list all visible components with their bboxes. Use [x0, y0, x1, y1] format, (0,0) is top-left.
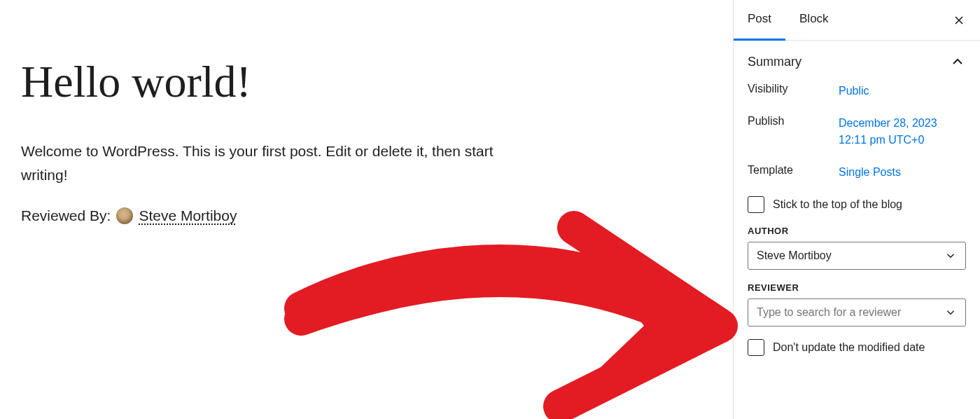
reviewer-name-link[interactable]: Steve Mortiboy	[139, 207, 237, 224]
post-title[interactable]: Hello world!	[21, 56, 712, 108]
settings-sidebar: Post Block Summary Visibility Public Pub…	[734, 0, 980, 419]
visibility-label: Visibility	[748, 83, 839, 99]
author-select[interactable]: Steve Mortiboy	[748, 242, 966, 270]
chevron-up-icon	[949, 53, 966, 70]
summary-panel-toggle[interactable]: Summary	[748, 53, 966, 70]
sidebar-tabs: Post Block	[734, 0, 980, 41]
author-field-label: AUTHOR	[748, 226, 966, 236]
chevron-down-icon	[944, 306, 957, 319]
dont-update-label: Don't update the modified date	[773, 341, 925, 354]
reviewed-by-label: Reviewed By:	[21, 207, 111, 224]
close-icon	[952, 13, 966, 27]
reviewer-select-placeholder: Type to search for a reviewer	[757, 306, 901, 319]
reviewed-by-block: Reviewed By: Steve Mortiboy	[21, 207, 712, 224]
publish-value[interactable]: December 28, 2023 12:11 pm UTC+0	[839, 115, 966, 149]
visibility-value[interactable]: Public	[839, 83, 869, 99]
author-select-value: Steve Mortiboy	[757, 249, 832, 262]
sticky-checkbox[interactable]	[748, 196, 764, 213]
tab-post[interactable]: Post	[734, 0, 785, 41]
tab-block[interactable]: Block	[785, 0, 843, 41]
editor-canvas[interactable]: Hello world! Welcome to WordPress. This …	[0, 0, 734, 419]
reviewer-field-label: REVIEWER	[748, 282, 966, 293]
close-sidebar-button[interactable]	[946, 8, 972, 33]
visibility-row: Visibility Public	[748, 83, 966, 99]
dont-update-row: Don't update the modified date	[748, 339, 966, 356]
avatar	[116, 207, 133, 224]
sticky-row: Stick to the top of the blog	[748, 196, 966, 213]
reviewer-select[interactable]: Type to search for a reviewer	[748, 298, 966, 327]
chevron-down-icon	[944, 249, 957, 262]
dont-update-checkbox[interactable]	[748, 339, 764, 356]
template-label: Template	[748, 164, 839, 181]
summary-panel: Summary Visibility Public Publish Decemb…	[734, 41, 980, 381]
sticky-label: Stick to the top of the blog	[773, 198, 902, 211]
summary-header-label: Summary	[748, 55, 802, 69]
template-value[interactable]: Single Posts	[839, 164, 901, 181]
publish-label: Publish	[748, 115, 839, 149]
template-row: Template Single Posts	[748, 164, 966, 181]
publish-row: Publish December 28, 2023 12:11 pm UTC+0	[748, 115, 966, 149]
post-body[interactable]: Welcome to WordPress. This is your first…	[21, 139, 539, 186]
